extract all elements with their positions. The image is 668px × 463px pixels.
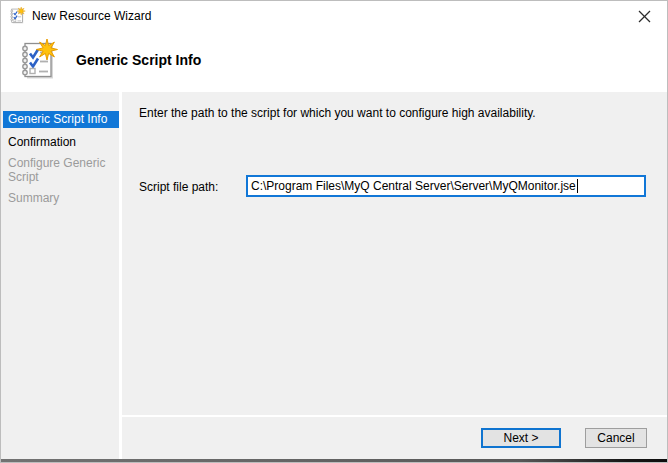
window-title: New Resource Wizard — [32, 9, 151, 23]
step-content: Enter the path to the script for which y… — [122, 92, 668, 415]
close-icon — [638, 10, 651, 23]
step-summary: Summary — [8, 191, 59, 205]
wizard-notepad-icon — [9, 7, 26, 25]
script-file-path-value: C:\Program Files\MyQ Central Server\Serv… — [251, 179, 576, 193]
step-confirmation: Confirmation — [8, 135, 114, 149]
wizard-steps-sidebar: Generic Script Info Confirmation Configu… — [1, 92, 119, 459]
page-title: Generic Script Info — [76, 52, 201, 68]
title-bar[interactable]: New Resource Wizard — [1, 1, 667, 31]
script-file-path-input[interactable]: C:\Program Files\MyQ Central Server\Serv… — [246, 175, 646, 197]
footer-divider — [122, 415, 668, 417]
window-bottom-edge — [1, 459, 667, 463]
wizard-body: Generic Script Info Confirmation Configu… — [1, 92, 667, 459]
wizard-header: Generic Script Info — [1, 31, 667, 92]
step-generic-script-info: Generic Script Info — [3, 111, 119, 128]
wizard-notepad-icon — [19, 38, 59, 83]
next-button[interactable]: Next > — [481, 428, 561, 448]
step-configure-generic-script: Configure Generic Script — [8, 156, 114, 184]
text-caret — [577, 179, 578, 193]
close-button[interactable] — [622, 1, 667, 31]
new-resource-wizard-window: New Resource Wizard Generic Script Info — [0, 0, 668, 463]
instruction-text: Enter the path to the script for which y… — [139, 106, 649, 120]
script-file-path-label: Script file path: — [139, 180, 218, 194]
cancel-button[interactable]: Cancel — [585, 428, 647, 448]
